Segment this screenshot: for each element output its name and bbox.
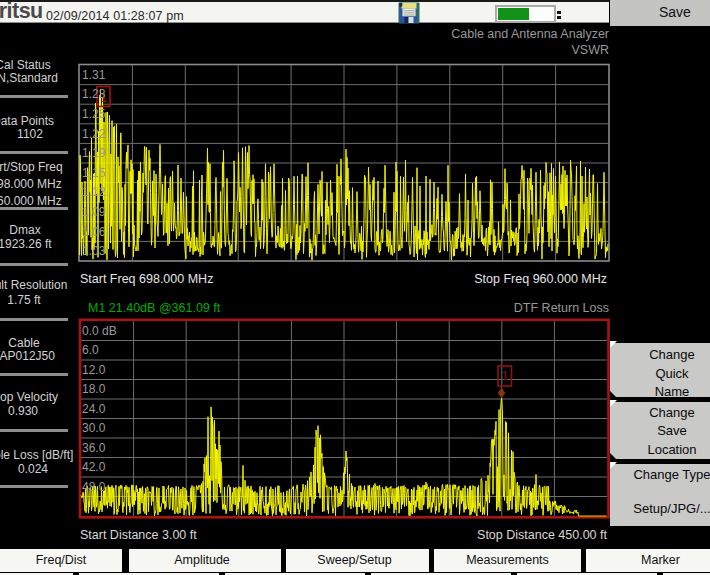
svg-text:1: 1: [502, 369, 509, 383]
